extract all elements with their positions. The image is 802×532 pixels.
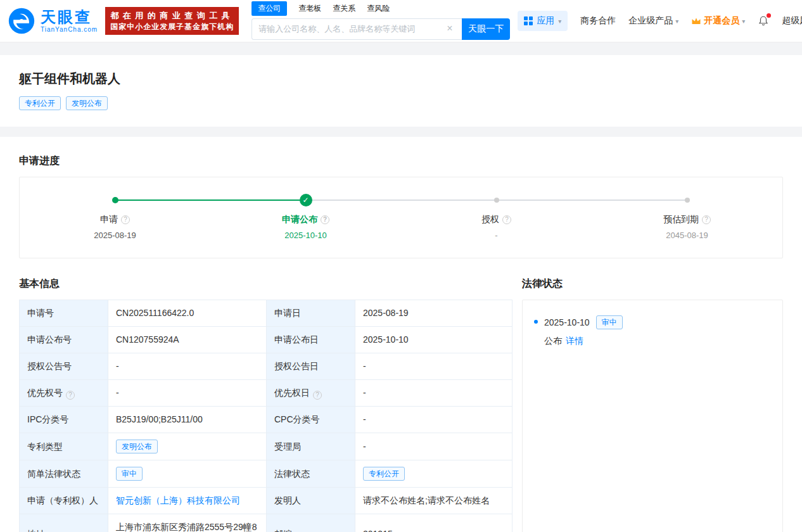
field-value: -: [355, 353, 512, 380]
search-input[interactable]: [251, 18, 462, 40]
check-icon: ✓: [300, 194, 312, 206]
field-value: -: [355, 380, 512, 407]
logo-eye-icon: [8, 7, 35, 35]
search-tab[interactable]: 查老板: [298, 3, 321, 14]
progress-timeline: 申请?2025-08-19✓申请公布?2025-10-10授权?-预估到期?20…: [20, 194, 782, 240]
step-label: 预估到期: [663, 214, 699, 225]
field-value: 2025-10-10: [355, 327, 512, 353]
field-label: 优先权日?: [267, 380, 355, 407]
top-nav: 应用 ▾ 商务合作 企业级产品 ▾ 开通会员 ▾: [518, 11, 802, 31]
entity-link[interactable]: 智元创新（上海）科技有限公司: [116, 495, 240, 505]
field-label: 受理局: [267, 433, 355, 460]
step-date: 2045-08-19: [592, 231, 782, 240]
slogan-line1: 都在用的商业查询工具: [110, 10, 234, 22]
table-row: 申请（专利权）人智元创新（上海）科技有限公司发明人请求不公布姓名;请求不公布姓名: [20, 488, 512, 514]
nav-business-label: 商务合作: [580, 15, 616, 27]
search-tab[interactable]: 查风险: [367, 3, 390, 14]
nav-super-risk[interactable]: 超级风...: [782, 15, 802, 27]
step-dot-icon: [685, 198, 690, 203]
field-label: 优先权号?: [20, 380, 108, 407]
field-value: 审中: [108, 460, 267, 488]
field-label: CPC分类号: [267, 407, 355, 433]
brand-slogan-badge: 都在用的商业查询工具 国家中小企业发展子基金旗下机构: [105, 7, 239, 35]
field-label: 申请日: [267, 300, 355, 327]
bullet-icon: [534, 320, 538, 324]
chevron-down-icon: ▾: [675, 18, 678, 25]
nav-enterprise-label: 企业级产品: [628, 15, 673, 27]
field-value: 发明公布: [108, 433, 267, 460]
tianyancha-logo[interactable]: 天眼查 TianYanCha.com: [8, 7, 98, 35]
help-icon[interactable]: ?: [321, 215, 329, 224]
basic-info-section: 基本信息 申请号CN202511166422.0申请日2025-08-19申请公…: [19, 277, 512, 532]
section-title-basic-info: 基本信息: [19, 277, 512, 291]
field-label: 专利类型: [20, 433, 108, 460]
notification-bell[interactable]: [758, 15, 769, 27]
legal-status-list: 2025-10-10审中公布详情: [534, 315, 771, 347]
step-date: 2025-08-19: [20, 231, 210, 240]
field-label: 申请公布号: [20, 327, 108, 353]
legal-detail-link[interactable]: 详情: [566, 336, 583, 347]
help-icon[interactable]: ?: [313, 391, 322, 400]
field-value: -: [355, 433, 512, 460]
slogan-line2: 国家中小企业发展子基金旗下机构: [110, 22, 234, 32]
help-icon[interactable]: ?: [702, 215, 711, 224]
grid-icon: [524, 16, 533, 25]
logo-brand-text: 天眼查: [41, 10, 98, 25]
help-icon[interactable]: ?: [121, 215, 130, 224]
field-label: 授权公告日: [267, 353, 355, 380]
field-label: 申请公布日: [267, 327, 355, 353]
clear-input-icon[interactable]: ×: [447, 23, 452, 34]
legal-action: 公布: [544, 336, 562, 347]
help-icon[interactable]: ?: [502, 215, 511, 224]
step-label: 授权: [481, 214, 499, 225]
section-title-progress: 申请进度: [19, 155, 783, 168]
step-label: 申请: [100, 214, 118, 225]
table-row: 简单法律状态审中法律状态专利公开: [20, 460, 512, 488]
search-row: × 天眼一下: [251, 18, 510, 40]
progress-step: 授权?-: [401, 194, 592, 240]
field-label: 邮编: [267, 514, 355, 532]
basic-info-table: 申请号CN202511166422.0申请日2025-08-19申请公布号CN1…: [19, 300, 512, 532]
step-dot-icon: [494, 198, 499, 203]
step-dot-icon: [112, 197, 118, 203]
search-tabs: 查公司查老板查关系查风险: [251, 3, 510, 15]
table-row: 地址上海市浦东新区秀浦路2555号29幢8层邮编201315: [20, 514, 512, 532]
search-tab[interactable]: 查公司: [251, 1, 287, 16]
legal-item: 2025-10-10审中公布详情: [534, 315, 771, 347]
legal-date: 2025-10-10: [544, 317, 590, 327]
patent-tags: 专利公开发明公布: [19, 96, 783, 110]
legal-status-tag: 审中: [596, 315, 623, 329]
apps-menu[interactable]: 应用 ▾: [518, 11, 568, 31]
status-tag: 发明公布: [116, 440, 158, 453]
legal-status-box: 2025-10-10审中公布详情: [522, 300, 783, 532]
status-tag: 审中: [116, 467, 143, 481]
chevron-down-icon: ▾: [558, 18, 561, 25]
table-row: 优先权号?-优先权日?-: [20, 380, 512, 407]
search-tab[interactable]: 查关系: [333, 3, 355, 14]
field-value: 专利公开: [355, 460, 512, 488]
patent-title-card: 躯干组件和机器人 专利公开发明公布: [0, 55, 802, 127]
field-value: -: [108, 353, 267, 380]
field-label: 申请号: [20, 300, 108, 327]
patent-tag: 发明公布: [66, 96, 108, 110]
logo-domain-text: TianYanCha.com: [41, 27, 98, 33]
notification-dot: [767, 13, 771, 18]
field-label: 地址: [20, 514, 108, 532]
search-button[interactable]: 天眼一下: [462, 18, 510, 40]
patent-detail-card: 申请进度 申请?2025-08-19✓申请公布?2025-10-10授权?-预估…: [0, 137, 802, 532]
crown-icon: [691, 17, 701, 25]
status-tag: 专利公开: [363, 467, 405, 481]
nav-business-cooperation[interactable]: 商务合作: [580, 15, 616, 27]
legal-status-section: 法律状态 2025-10-10审中公布详情: [522, 277, 783, 532]
field-value: B25J19/00;B25J11/00: [108, 407, 267, 433]
application-progress-box: 申请?2025-08-19✓申请公布?2025-10-10授权?-预估到期?20…: [19, 177, 783, 258]
progress-step: 申请?2025-08-19: [20, 194, 210, 240]
field-label: 法律状态: [267, 460, 355, 488]
nav-open-vip[interactable]: 开通会员 ▾: [691, 15, 745, 27]
nav-enterprise-products[interactable]: 企业级产品 ▾: [628, 15, 678, 27]
header-search-block: 查公司查老板查关系查风险 × 天眼一下: [251, 3, 510, 40]
basic-info-tbody: 申请号CN202511166422.0申请日2025-08-19申请公布号CN1…: [20, 300, 512, 532]
step-date: -: [401, 231, 592, 240]
field-value: 智元创新（上海）科技有限公司: [108, 488, 267, 514]
help-icon[interactable]: ?: [66, 391, 75, 400]
